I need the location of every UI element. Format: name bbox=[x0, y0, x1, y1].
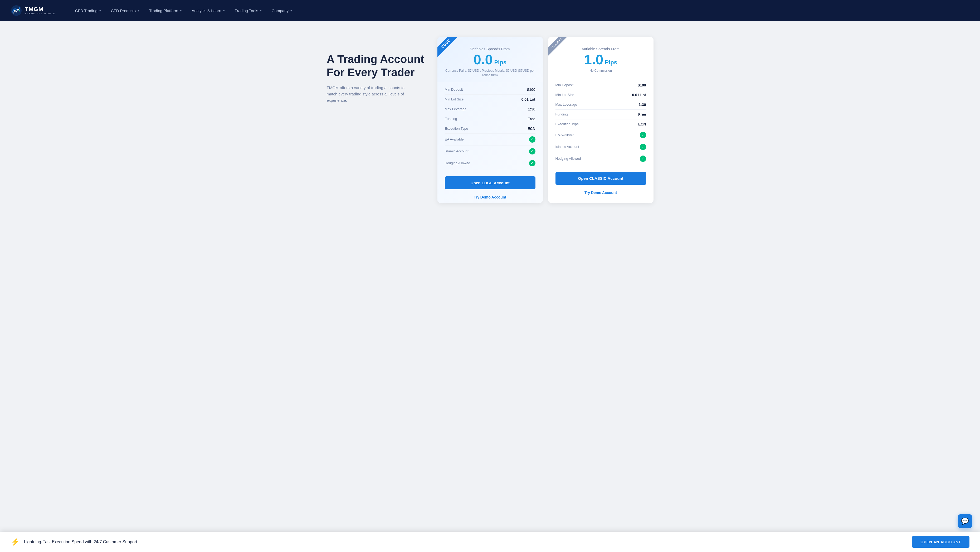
table-row: Min Lot Size 0.01 Lot bbox=[555, 90, 646, 100]
classic-badge: CLASSIC bbox=[548, 37, 572, 61]
edge-table: Min Deposit $100 Min Lot Size 0.01 Lot M… bbox=[438, 82, 543, 174]
edge-pips-number: 0.0 bbox=[474, 53, 493, 66]
row-label: EA Available bbox=[445, 137, 464, 141]
page-content: A Trading Account For Every Trader TMGM … bbox=[305, 21, 675, 214]
open-edge-account-button[interactable]: Open EDGE Account bbox=[445, 176, 535, 189]
nav-item-cfd-trading[interactable]: CFD Trading ▼ bbox=[72, 6, 105, 15]
row-value: $100 bbox=[638, 83, 646, 87]
row-label: Min Lot Size bbox=[445, 97, 464, 101]
table-row: Islamic Account ✓ bbox=[555, 141, 646, 153]
check-icon: ✓ bbox=[529, 136, 535, 143]
table-row: Max Leverage 1:30 bbox=[555, 100, 646, 110]
open-classic-account-button[interactable]: Open CLASSIC Account bbox=[555, 172, 646, 185]
table-row: Execution Type ECN bbox=[555, 120, 646, 129]
row-value: 0.01 Lot bbox=[522, 97, 535, 102]
classic-badge-label: CLASSIC bbox=[548, 37, 570, 56]
table-row: Min Deposit $100 bbox=[445, 85, 535, 95]
table-row: Funding Free bbox=[555, 110, 646, 120]
table-row: Execution Type ECN bbox=[445, 124, 535, 134]
row-label: Execution Type bbox=[555, 122, 579, 126]
try-demo-classic-button[interactable]: Try Demo Account bbox=[548, 187, 654, 198]
table-row: Min Lot Size 0.01 Lot bbox=[445, 95, 535, 104]
row-label: Islamic Account bbox=[445, 149, 469, 153]
check-icon: ✓ bbox=[640, 156, 646, 162]
chevron-down-icon: ▼ bbox=[259, 9, 262, 12]
row-label: Hedging Allowed bbox=[555, 156, 581, 161]
row-value: $100 bbox=[527, 88, 535, 92]
chevron-down-icon: ▼ bbox=[223, 9, 225, 12]
nav-item-trading-platform[interactable]: Trading Platform ▼ bbox=[145, 6, 186, 15]
try-demo-edge-button[interactable]: Try Demo Account bbox=[438, 191, 543, 203]
logo[interactable]: TMGM TRADE THE WORLD bbox=[11, 5, 56, 16]
row-label: EA Available bbox=[555, 133, 574, 137]
table-row: Hedging Allowed ✓ bbox=[555, 153, 646, 164]
table-row: EA Available ✓ bbox=[555, 129, 646, 141]
hero-title: A Trading Account For Every Trader bbox=[327, 53, 427, 79]
table-row: Hedging Allowed ✓ bbox=[445, 157, 535, 169]
chevron-down-icon: ▼ bbox=[180, 9, 182, 12]
chevron-down-icon: ▼ bbox=[290, 9, 293, 12]
check-icon: ✓ bbox=[640, 144, 646, 150]
row-label: Funding bbox=[445, 117, 457, 121]
hero-section: A Trading Account For Every Trader TMGM … bbox=[327, 37, 427, 203]
hero-subtitle: TMGM offers a variety of trading account… bbox=[327, 85, 416, 104]
classic-pips-word: Pips bbox=[605, 59, 617, 66]
bottom-bar-left: ⚡ Lightning-Fast Execution Speed with 24… bbox=[11, 538, 137, 546]
chat-icon: 💬 bbox=[961, 517, 969, 525]
logo-icon bbox=[11, 5, 22, 16]
classic-card-header: CLASSIC Variable Spreads From 1.0 Pips N… bbox=[548, 37, 654, 78]
row-value: ECN bbox=[528, 126, 535, 131]
row-value: Free bbox=[528, 117, 535, 121]
edge-pips-word: Pips bbox=[494, 59, 506, 66]
bottom-bar-text: Lightning-Fast Execution Speed with 24/7… bbox=[24, 539, 137, 544]
row-label: Min Lot Size bbox=[555, 93, 574, 97]
nav-item-company[interactable]: Company ▼ bbox=[268, 6, 296, 15]
nav-item-trading-tools[interactable]: Trading Tools ▼ bbox=[231, 6, 266, 15]
row-label: Min Deposit bbox=[445, 88, 463, 91]
row-label: Hedging Allowed bbox=[445, 161, 470, 165]
edge-card-header: EDGE Variables Spreads From 0.0 Pips Cur… bbox=[438, 37, 543, 82]
bottom-bar: ⚡ Lightning-Fast Execution Speed with 24… bbox=[0, 532, 980, 552]
account-card-edge: EDGE Variables Spreads From 0.0 Pips Cur… bbox=[438, 37, 543, 203]
classic-pips-number: 1.0 bbox=[584, 53, 603, 66]
classic-commission: No Commission bbox=[555, 69, 646, 73]
logo-text: TMGM TRADE THE WORLD bbox=[25, 6, 56, 15]
nav-item-cfd-products[interactable]: CFD Products ▼ bbox=[107, 6, 143, 15]
table-row: Funding Free bbox=[445, 114, 535, 124]
table-row: Min Deposit $100 bbox=[555, 80, 646, 90]
row-label: Funding bbox=[555, 112, 568, 116]
row-label: Islamic Account bbox=[555, 145, 579, 149]
speed-icon: ⚡ bbox=[11, 538, 20, 546]
account-card-classic: CLASSIC Variable Spreads From 1.0 Pips N… bbox=[548, 37, 654, 203]
row-label: Execution Type bbox=[445, 126, 468, 131]
nav-items: CFD Trading ▼ CFD Products ▼ Trading Pla… bbox=[72, 6, 969, 15]
logo-name: TMGM bbox=[25, 6, 56, 12]
edge-commission: Currency Pairs: $7 USD ; Precious Metals… bbox=[445, 69, 535, 78]
row-value: 0.01 Lot bbox=[632, 93, 646, 97]
row-label: Min Deposit bbox=[555, 83, 574, 87]
check-icon: ✓ bbox=[640, 132, 646, 138]
row-label: Max Leverage bbox=[555, 102, 577, 107]
table-row: EA Available ✓ bbox=[445, 134, 535, 145]
row-value: Free bbox=[638, 112, 646, 116]
row-label: Max Leverage bbox=[445, 107, 466, 111]
table-row: Islamic Account ✓ bbox=[445, 145, 535, 157]
row-value: ECN bbox=[638, 122, 646, 126]
edge-badge-label: EDGE bbox=[438, 37, 460, 57]
chevron-down-icon: ▼ bbox=[99, 9, 102, 12]
account-cards: EDGE Variables Spreads From 0.0 Pips Cur… bbox=[438, 37, 654, 203]
check-icon: ✓ bbox=[529, 148, 535, 155]
logo-tagline: TRADE THE WORLD bbox=[25, 12, 56, 15]
edge-badge: EDGE bbox=[438, 37, 461, 61]
open-account-cta-button[interactable]: OPEN AN ACCOUNT bbox=[912, 536, 969, 548]
chevron-down-icon: ▼ bbox=[137, 9, 140, 12]
chat-button[interactable]: 💬 bbox=[958, 514, 972, 528]
nav-item-analysis-learn[interactable]: Analysis & Learn ▼ bbox=[188, 6, 229, 15]
table-row: Max Leverage 1:30 bbox=[445, 104, 535, 114]
classic-table: Min Deposit $100 Min Lot Size 0.01 Lot M… bbox=[548, 78, 654, 170]
check-icon: ✓ bbox=[529, 160, 535, 166]
row-value: 1:30 bbox=[638, 102, 646, 107]
navigation: TMGM TRADE THE WORLD CFD Trading ▼ CFD P… bbox=[0, 0, 980, 21]
row-value: 1:30 bbox=[528, 107, 535, 111]
